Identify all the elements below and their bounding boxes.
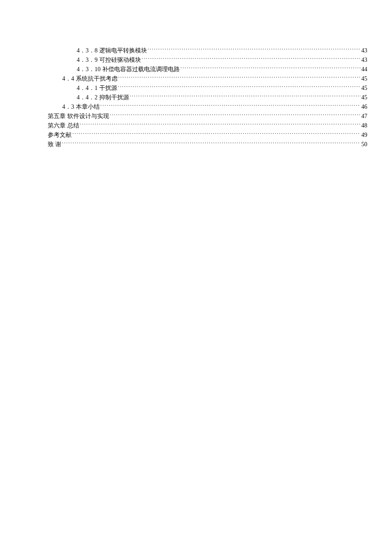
toc-entry: 4．3 本章小结 46 (48, 102, 367, 112)
toc-page-number: 45 (361, 93, 367, 102)
toc-entry: 参考文献 49 (48, 130, 367, 140)
toc-label: 参考文献 (48, 130, 72, 140)
toc-label: 4．4．2 抑制干扰源 (77, 93, 129, 102)
toc-leader-dots (181, 65, 361, 71)
toc-label: 4．3．10 补偿电容器过载电流调理电路 (77, 65, 180, 74)
toc-leader-dots (142, 56, 361, 62)
toc-leader-dots (118, 75, 361, 81)
toc-leader-dots (118, 84, 361, 90)
toc-entry: 4．3．8 逻辑电平转换模块 43 (48, 46, 367, 55)
toc-entry: 4．4 系统抗干扰考虑 45 (48, 74, 367, 84)
toc-entry: 4．4．2 抑制干扰源 45 (48, 93, 367, 102)
toc-entry: 第六章 总结 48 (48, 121, 367, 130)
toc-page-number: 46 (361, 102, 367, 112)
toc-entry: 4．3．10 补偿电容器过载电流调理电路 44 (48, 65, 367, 74)
toc-page-number: 50 (361, 140, 367, 149)
toc-leader-dots (62, 140, 361, 146)
toc-label: 第六章 总结 (48, 121, 79, 130)
toc-page-number: 45 (361, 84, 367, 93)
toc-label: 4．3 本章小结 (62, 102, 100, 112)
toc-entry: 4．4．1 干扰源 45 (48, 84, 367, 93)
toc-page-number: 47 (361, 112, 367, 121)
toc-page-number: 48 (361, 121, 367, 130)
toc-leader-dots (130, 93, 361, 99)
toc-label: 第五章 软件设计与实现 (48, 112, 109, 121)
toc-leader-dots (110, 112, 361, 118)
toc-leader-dots (101, 103, 361, 109)
toc-entry: 致 谢 50 (48, 140, 367, 149)
toc-page-number: 44 (361, 65, 367, 74)
toc-entry: 4．3．9 可控硅驱动模块 43 (48, 55, 367, 65)
toc-leader-dots (72, 131, 360, 137)
toc-label: 4．3．8 逻辑电平转换模块 (77, 46, 147, 55)
toc-label: 4．4．1 干扰源 (77, 84, 117, 93)
toc-label: 4．3．9 可控硅驱动模块 (77, 55, 141, 65)
toc-leader-dots (80, 121, 361, 127)
toc-page-number: 49 (361, 130, 367, 140)
toc-page-number: 45 (361, 74, 367, 84)
toc-leader-dots (148, 46, 361, 52)
toc-entry: 第五章 软件设计与实现 47 (48, 112, 367, 121)
toc-page-number: 43 (361, 46, 367, 55)
toc-label: 致 谢 (48, 140, 61, 149)
table-of-contents: 4．3．8 逻辑电平转换模块 43 4．3．9 可控硅驱动模块 43 4．3．1… (48, 46, 367, 149)
toc-label: 4．4 系统抗干扰考虑 (62, 74, 118, 84)
toc-page-number: 43 (361, 55, 367, 65)
